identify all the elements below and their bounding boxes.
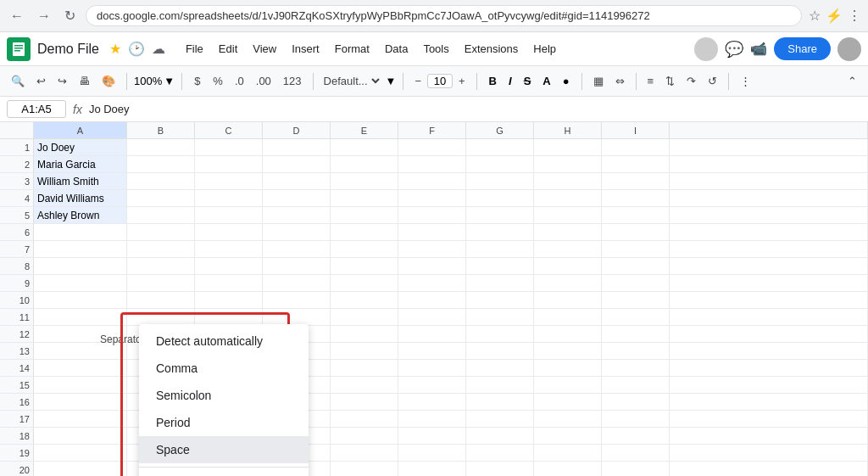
dropdown-item-semicolon[interactable]: Semicolon [139, 382, 309, 409]
cell-rest-6[interactable] [670, 224, 868, 240]
share-button[interactable]: Share [774, 37, 831, 60]
cell-h10[interactable] [534, 292, 602, 308]
menu-help[interactable]: Help [526, 39, 563, 59]
cell-c5[interactable] [195, 207, 263, 223]
cell-e6[interactable] [331, 224, 398, 240]
cell-rest-2[interactable] [670, 156, 868, 172]
text-color-btn[interactable]: A [537, 72, 555, 90]
cell-rest-9[interactable] [670, 275, 868, 291]
cell-f10[interactable] [398, 292, 466, 308]
cell-e15[interactable] [331, 377, 398, 393]
cell-b5[interactable] [127, 207, 195, 223]
cell-e10[interactable] [331, 292, 398, 308]
cell-e17[interactable] [331, 411, 398, 427]
cell-b11[interactable] [127, 309, 195, 325]
align-btn[interactable]: ≡ [643, 72, 659, 90]
font-decrease-btn[interactable]: − [410, 72, 426, 90]
cell-a4[interactable]: David Williams [34, 190, 127, 206]
cell-d3[interactable] [263, 173, 331, 189]
cell-f15[interactable] [398, 377, 466, 393]
cell-d2[interactable] [263, 156, 331, 172]
cell-e3[interactable] [331, 173, 398, 189]
cell-i19[interactable] [602, 445, 670, 461]
cell-f2[interactable] [398, 156, 466, 172]
cell-g20[interactable] [466, 462, 534, 476]
cell-f12[interactable] [398, 326, 466, 342]
cell-h15[interactable] [534, 377, 602, 393]
cell-g4[interactable] [466, 190, 534, 206]
cell-i13[interactable] [602, 343, 670, 359]
menu-format[interactable]: Format [328, 39, 376, 59]
cell-b7[interactable] [127, 241, 195, 257]
cell-c3[interactable] [195, 173, 263, 189]
col-header-a[interactable]: A [34, 122, 127, 138]
address-bar[interactable]: docs.google.com/spreadsheets/d/1vJ90RZqK… [86, 5, 802, 26]
cell-c11[interactable] [195, 309, 263, 325]
cell-i9[interactable] [602, 275, 670, 291]
cell-h9[interactable] [534, 275, 602, 291]
dropdown-item-detect-automatically[interactable]: Detect automatically [139, 328, 309, 355]
cell-f20[interactable] [398, 462, 466, 476]
cell-e8[interactable] [331, 258, 398, 274]
cell-h18[interactable] [534, 428, 602, 444]
cell-f13[interactable] [398, 343, 466, 359]
cell-reference-input[interactable] [7, 100, 66, 118]
cell-d4[interactable] [263, 190, 331, 206]
col-header-f[interactable]: F [398, 122, 466, 138]
valign-btn[interactable]: ⇅ [661, 72, 679, 90]
cell-i4[interactable] [602, 190, 670, 206]
zoom-control[interactable]: 100% ▼ [134, 75, 175, 87]
cell-g7[interactable] [466, 241, 534, 257]
cell-rest-1[interactable] [670, 139, 868, 155]
cell-rest-17[interactable] [670, 411, 868, 427]
cell-g13[interactable] [466, 343, 534, 359]
cell-c7[interactable] [195, 241, 263, 257]
cell-c4[interactable] [195, 190, 263, 206]
dropdown-item-custom[interactable]: Custom [139, 471, 309, 476]
cell-d5[interactable] [263, 207, 331, 223]
cell-h11[interactable] [534, 309, 602, 325]
star-icon[interactable]: ★ [109, 41, 121, 57]
cell-h3[interactable] [534, 173, 602, 189]
cell-rest-5[interactable] [670, 207, 868, 223]
col-header-c[interactable]: C [195, 122, 263, 138]
cell-g10[interactable] [466, 292, 534, 308]
cell-e16[interactable] [331, 394, 398, 410]
cloud-icon[interactable]: ☁ [152, 41, 165, 57]
cell-g1[interactable] [466, 139, 534, 155]
cell-g2[interactable] [466, 156, 534, 172]
collapse-btn[interactable]: ⌃ [843, 72, 861, 90]
cell-d8[interactable] [263, 258, 331, 274]
cell-a17[interactable] [34, 411, 127, 427]
cell-i20[interactable] [602, 462, 670, 476]
cell-e7[interactable] [331, 241, 398, 257]
menu-tools[interactable]: Tools [416, 39, 455, 59]
menu-view[interactable]: View [246, 39, 283, 59]
cell-f9[interactable] [398, 275, 466, 291]
cell-i5[interactable] [602, 207, 670, 223]
cell-c8[interactable] [195, 258, 263, 274]
cell-g14[interactable] [466, 360, 534, 376]
highlight-btn[interactable]: ● [558, 72, 575, 90]
cell-a19[interactable] [34, 445, 127, 461]
bold-btn[interactable]: B [484, 72, 502, 90]
cell-g15[interactable] [466, 377, 534, 393]
cell-f14[interactable] [398, 360, 466, 376]
cell-f18[interactable] [398, 428, 466, 444]
cell-f1[interactable] [398, 139, 466, 155]
cell-h8[interactable] [534, 258, 602, 274]
cell-h19[interactable] [534, 445, 602, 461]
percent-btn[interactable]: % [209, 72, 227, 90]
cell-d11[interactable] [263, 309, 331, 325]
paint-format-btn[interactable]: 🎨 [97, 72, 120, 90]
cell-i16[interactable] [602, 394, 670, 410]
more-btn[interactable]: ⋮ [736, 72, 755, 90]
more-formats-btn[interactable]: 123 [279, 72, 306, 90]
cell-a14[interactable] [34, 360, 127, 376]
cell-a1[interactable]: Jo Doey [34, 139, 127, 155]
dropdown-item-comma[interactable]: Comma [139, 355, 309, 382]
cell-b4[interactable] [127, 190, 195, 206]
cell-f19[interactable] [398, 445, 466, 461]
merge-btn[interactable]: ⇔ [611, 72, 629, 90]
cell-e14[interactable] [331, 360, 398, 376]
